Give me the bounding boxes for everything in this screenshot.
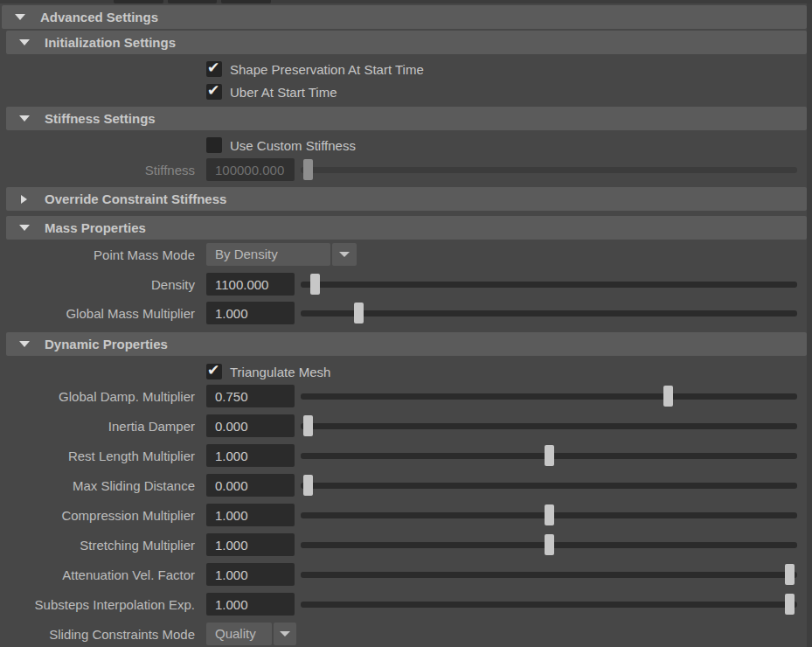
section-title: Initialization Settings xyxy=(45,35,176,50)
field-label: Stretching Multiplier xyxy=(0,538,206,553)
slider-handle[interactable] xyxy=(354,303,364,324)
slider-track[interactable] xyxy=(301,572,797,578)
triangulate-mesh-checkbox[interactable]: ✔ xyxy=(206,364,222,379)
shape-preservation-checkbox[interactable]: ✔ xyxy=(206,61,222,77)
use-custom-stiffness-checkbox[interactable] xyxy=(206,137,222,153)
compression-multiplier-field[interactable] xyxy=(206,504,295,526)
dropdown-button[interactable] xyxy=(274,623,296,645)
slider-handle[interactable] xyxy=(545,534,554,555)
global-damp-multiplier-field[interactable] xyxy=(206,385,295,407)
density-slider[interactable] xyxy=(301,273,797,296)
checkbox-label: Triangulate Mesh xyxy=(230,365,330,379)
dropdown-value[interactable]: Quality xyxy=(206,623,272,645)
slider-handle[interactable] xyxy=(785,594,795,615)
section-title: Mass Properties xyxy=(45,220,146,235)
row-inertia-damper: Inertia Damper xyxy=(0,414,807,437)
slider-track[interactable] xyxy=(301,310,797,317)
max-sliding-distance-field[interactable] xyxy=(206,474,295,497)
slider-handle[interactable] xyxy=(303,475,313,496)
row-stretching-multiplier: Stretching Multiplier xyxy=(0,533,807,556)
uber-at-start-checkbox[interactable]: ✔ xyxy=(206,84,222,100)
slider-track[interactable] xyxy=(301,483,797,489)
slider-track[interactable] xyxy=(301,602,797,608)
collapse-expanded-icon xyxy=(14,14,25,20)
field-label: Compression Multiplier xyxy=(0,508,206,523)
section-header-mass-properties[interactable]: Mass Properties xyxy=(6,216,807,240)
row-substeps-interpolation-exp: Substeps Interpolation Exp. xyxy=(0,593,807,616)
slider-handle[interactable] xyxy=(303,415,313,436)
stretching-multiplier-field[interactable] xyxy=(206,533,295,556)
stiffness-value-field[interactable] xyxy=(206,158,295,181)
slider-handle[interactable] xyxy=(303,159,313,180)
section-title: Stiffness Settings xyxy=(45,111,156,126)
collapse-expanded-icon xyxy=(18,39,30,45)
global-mass-multiplier-slider[interactable] xyxy=(301,302,797,324)
section-header-stiffness-settings[interactable]: Stiffness Settings xyxy=(6,107,807,130)
field-label: Sliding Constraints Mode xyxy=(0,627,206,642)
row-density: Density xyxy=(0,273,807,296)
point-mass-mode-dropdown[interactable]: By Density xyxy=(206,243,357,266)
checkmark-icon: ✔ xyxy=(207,361,219,379)
stretching-multiplier-slider[interactable] xyxy=(301,533,797,556)
dropdown-value[interactable]: By Density xyxy=(206,243,330,266)
checkbox-label: Shape Preservation At Start Time xyxy=(230,62,424,77)
density-value-field[interactable] xyxy=(206,273,295,296)
slider-track[interactable] xyxy=(301,393,797,400)
rest-length-multiplier-field[interactable] xyxy=(206,444,295,467)
global-mass-multiplier-field[interactable] xyxy=(206,302,295,324)
section-header-initialization-settings[interactable]: Initialization Settings xyxy=(6,31,807,54)
inertia-damper-field[interactable] xyxy=(206,414,295,437)
field-label: Max Sliding Distance xyxy=(0,478,206,493)
max-sliding-distance-slider[interactable] xyxy=(301,474,797,497)
field-label: Point Mass Mode xyxy=(0,247,206,262)
substeps-interpolation-exp-field[interactable] xyxy=(206,593,295,616)
field-label: Inertia Damper xyxy=(0,419,206,434)
field-label: Global Damp. Multiplier xyxy=(0,389,206,404)
collapse-expanded-icon xyxy=(18,115,30,122)
slider-track[interactable] xyxy=(301,282,797,288)
field-label: Substeps Interpolation Exp. xyxy=(0,597,206,612)
slider-handle[interactable] xyxy=(663,386,673,407)
attenuation-vel-factor-field[interactable] xyxy=(206,563,295,586)
dropdown-button[interactable] xyxy=(332,243,357,266)
section-header-override-constraint-stiffness[interactable]: Override Constraint Stiffness xyxy=(6,187,807,211)
slider-handle[interactable] xyxy=(785,564,795,585)
collapse-expanded-icon xyxy=(18,225,30,231)
chevron-down-icon xyxy=(339,252,350,257)
slider-handle[interactable] xyxy=(310,274,320,295)
checkmark-icon: ✔ xyxy=(207,81,219,100)
collapse-expanded-icon xyxy=(18,341,30,347)
chevron-down-icon xyxy=(280,631,290,637)
collapse-collapsed-icon xyxy=(18,195,30,204)
settings-content: Advanced Settings Initialization Setting… xyxy=(0,3,807,647)
slider-track[interactable] xyxy=(301,423,797,429)
row-stiffness: Stiffness xyxy=(0,158,807,181)
section-title: Advanced Settings xyxy=(40,10,158,24)
stiffness-slider[interactable] xyxy=(301,158,797,181)
row-max-sliding-distance: Max Sliding Distance xyxy=(0,474,807,497)
slider-track[interactable] xyxy=(301,167,797,173)
row-triangulate-mesh: ✔ Triangulate Mesh xyxy=(206,362,807,381)
field-label: Global Mass Multiplier xyxy=(0,306,206,321)
compression-multiplier-slider[interactable] xyxy=(301,504,797,526)
row-shape-preservation: ✔ Shape Preservation At Start Time xyxy=(206,59,807,79)
row-compression-multiplier: Compression Multiplier xyxy=(0,504,807,526)
rest-length-multiplier-slider[interactable] xyxy=(301,444,797,467)
section-header-advanced-settings[interactable]: Advanced Settings xyxy=(2,5,807,29)
sliding-constraints-mode-dropdown[interactable]: Quality xyxy=(206,623,296,645)
substeps-interpolation-exp-slider[interactable] xyxy=(301,593,797,616)
field-label: Stiffness xyxy=(0,163,206,177)
row-attenuation-vel-factor: Attenuation Vel. Factor xyxy=(0,563,807,586)
section-title: Override Constraint Stiffness xyxy=(45,191,226,206)
slider-handle[interactable] xyxy=(545,445,554,466)
checkmark-icon: ✔ xyxy=(207,59,219,77)
checkbox-label: Use Custom Stiffness xyxy=(230,138,356,153)
slider-handle[interactable] xyxy=(545,504,554,525)
section-header-dynamic-properties[interactable]: Dynamic Properties xyxy=(6,332,807,356)
row-point-mass-mode: Point Mass Mode By Density xyxy=(0,243,807,266)
row-use-custom-stiffness: Use Custom Stiffness xyxy=(206,136,807,155)
global-damp-multiplier-slider[interactable] xyxy=(301,385,797,407)
attenuation-vel-factor-slider[interactable] xyxy=(301,563,797,586)
inertia-damper-slider[interactable] xyxy=(301,414,797,437)
row-global-mass-multiplier: Global Mass Multiplier xyxy=(0,302,807,324)
